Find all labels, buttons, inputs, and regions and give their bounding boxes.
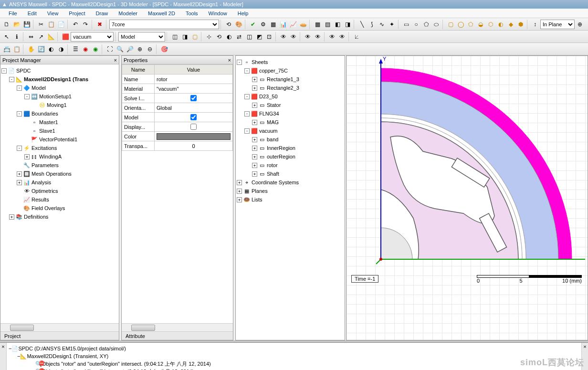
tool-icon[interactable]: ▦ [313,20,322,29]
tool-icon[interactable]: ◫ [170,32,179,42]
tool-icon[interactable]: ▦ [268,20,278,29]
shape-icon[interactable]: ◒ [476,20,485,29]
tree-item[interactable]: +🔲Mesh Operations [1,169,118,178]
cut-icon[interactable]: ✂ [36,20,46,29]
message-project[interactable]: − 📄 SPDC (D:/ANSYS EM15.0/project data/s… [9,345,579,352]
save-icon[interactable]: 💾 [22,20,32,29]
tool-icon[interactable]: ◫ [244,32,254,42]
tree-item[interactable]: ▫Master1 [1,118,118,127]
zoom-icon[interactable]: ⊕ [135,44,145,54]
close-icon[interactable]: × [583,344,586,349]
help-icon[interactable]: ℹ [12,32,21,42]
property-checkbox[interactable] [190,124,197,130]
tree-item[interactable]: +🍩Lists [237,195,344,204]
menu-maxwell2d[interactable]: Maxwell 2D [143,10,180,17]
tree-item[interactable]: +▭rotor [237,161,344,169]
message-error[interactable]: 🔍⛔Objects "rotor" and "outerRegion" inte… [9,360,579,368]
tool-icon[interactable]: ✔ [248,20,258,29]
shape-icon[interactable]: ▢ [446,20,455,29]
tree-item[interactable]: -▫Sheets [237,58,344,66]
tree-item[interactable]: 🔧Parameters [1,161,118,169]
shape-icon[interactable]: ⬠ [466,20,475,29]
property-row[interactable]: Orienta...Global [122,103,233,113]
circle-icon[interactable]: ○ [411,20,421,29]
tool-icon[interactable]: 📇 [2,44,11,54]
shape-icon[interactable]: ◯ [456,20,465,29]
tool-icon[interactable]: ◉ [91,44,100,54]
tool-icon[interactable]: ◐ [224,32,234,42]
tree-item[interactable]: ⓂMoving1 [1,101,118,109]
sweep-icon[interactable]: ↕ [530,20,540,29]
shape-icon[interactable]: ◆ [506,20,515,29]
tree-item[interactable]: -📐Maxwell2DDesign1 (Trans [1,75,118,84]
copy-icon[interactable]: 📋 [46,20,56,29]
message-error[interactable]: 🔍⛔Objects "rotor" and "band" intersect. … [9,368,579,370]
tool-icon[interactable]: ↗ [36,32,46,42]
open-icon[interactable]: 📂 [12,20,21,29]
close-icon[interactable]: × [114,57,117,63]
tool-icon[interactable]: ◧ [333,20,342,29]
property-checkbox[interactable] [190,114,197,120]
tree-item[interactable]: +▭Rectangle2_3 [237,84,344,92]
tool-icon[interactable]: 🥧 [298,20,308,29]
cursor-icon[interactable]: ↖ [2,32,11,42]
tree-item[interactable]: -⚡Excitations [1,144,118,152]
ellipse-icon[interactable]: ⬭ [431,20,441,29]
properties-table[interactable]: Name Value NamerotorMaterial"vacuum"Solv… [122,64,233,151]
mode-dropdown[interactable]: Model [118,32,165,42]
property-row[interactable]: Transpa...0 [122,141,233,151]
property-row[interactable]: Solve I... [122,94,233,103]
shape-icon[interactable]: ⬢ [516,20,525,29]
item-dropdown[interactable]: 7core [109,20,219,29]
menu-project[interactable]: Project [64,10,90,17]
tree-item[interactable]: -🟥copper_75C [237,66,344,75]
tree-item[interactable]: 👁Optimetrics [1,187,118,195]
menu-help[interactable]: Help [233,10,253,17]
tree-item[interactable]: -🟥D23_50 [237,92,344,101]
tree-item[interactable]: +▭Shaft [237,169,344,178]
tool-icon[interactable]: ⟲ [214,32,224,42]
tree-item[interactable]: -🟥vacuum [237,127,344,135]
tool-icon[interactable]: ⊡ [264,32,274,42]
tree-item[interactable]: -↔️MotionSetup1 [1,92,118,101]
delete-icon[interactable]: ✖ [95,20,105,29]
list-icon[interactable]: ☰ [71,44,80,54]
tree-item[interactable]: -🟦Boundaries [1,109,118,118]
spline-icon[interactable]: ∿ [377,20,387,29]
eye-icon[interactable]: 👁 [327,32,337,42]
tool-icon[interactable]: 📋 [12,44,21,54]
eye-icon[interactable]: 👁 [313,32,323,42]
eye-icon[interactable]: 👁 [279,32,288,42]
tool-icon[interactable]: 📈 [288,20,298,29]
line-icon[interactable]: ╲ [357,20,367,29]
tree-item[interactable]: +▭MAG [237,118,344,127]
tool-icon[interactable]: ◩ [254,32,264,42]
project-tab[interactable]: Project [0,331,119,340]
material-dropdown[interactable]: vacuum [71,32,114,42]
tree-item[interactable]: -🔷Model [1,84,118,92]
tree-item[interactable]: 📈Results [1,195,118,204]
tool-icon[interactable]: ▤ [323,20,332,29]
tree-item[interactable]: -🟥FLNG34 [237,109,344,118]
axis-icon[interactable]: ⟀ [352,32,361,42]
zoom-in-icon[interactable]: 🔍 [115,44,125,54]
menu-file[interactable]: File [4,10,22,17]
property-row[interactable]: Display... [122,122,233,132]
tree-item[interactable]: 🎨Field Overlays [1,204,118,212]
eye-icon[interactable]: 👁 [303,32,313,42]
tool-icon[interactable]: ⚙ [258,20,268,29]
tool-icon[interactable]: ◑ [56,44,66,54]
menu-edit[interactable]: Edit [23,10,42,17]
tool-icon[interactable]: 🎯 [159,44,169,54]
scrollbar[interactable] [0,323,119,331]
tree-item[interactable]: +⫿⫿WindingA [1,152,118,161]
redo-icon[interactable]: ↷ [81,20,90,29]
zoom-out-icon[interactable]: 🔎 [125,44,135,54]
modeler-viewport[interactable]: Y Time =-1 0 5 10 (mm) [346,55,588,340]
property-row[interactable]: Material"vacuum" [122,84,233,94]
model-tree[interactable]: -▫Sheets-🟥copper_75C+▭Rectangle1_3+▭Rect… [236,56,345,206]
tree-item[interactable]: +▦Planes [237,187,344,195]
paste-icon[interactable]: 📄 [56,20,66,29]
menu-draw[interactable]: Draw [91,10,113,17]
zoom-icon[interactable]: ⊖ [145,44,155,54]
